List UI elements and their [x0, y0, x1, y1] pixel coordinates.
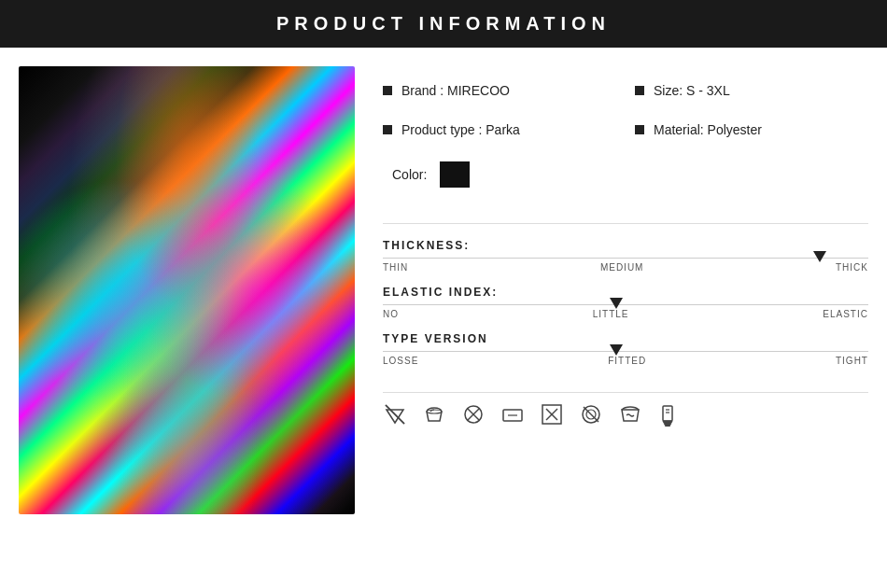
- bullet-icon: [635, 86, 644, 95]
- dry-clean-icon: [657, 402, 682, 432]
- elastic-labels: NO LITTLE ELASTIC: [383, 309, 868, 319]
- type-version-min: LOSSE: [383, 356, 418, 366]
- no-dry-clean-icon: [540, 402, 564, 432]
- info-panel: Brand : MIRECOO Size: S - 3XL Product ty…: [383, 66, 868, 578]
- iron-icon: [500, 402, 525, 432]
- hand-wash-icon: [422, 402, 446, 432]
- type-version-label: TYPE VERSION: [383, 332, 868, 345]
- no-bleach-icon: [461, 402, 486, 432]
- no-tumble-dry-icon: [579, 402, 603, 432]
- no-wash-icon: [383, 402, 407, 432]
- thickness-track: [383, 258, 868, 259]
- svg-rect-14: [663, 406, 672, 421]
- elastic-section: ELASTIC INDEX: NO LITTLE ELASTIC: [383, 286, 868, 319]
- care-icons-row: [383, 392, 868, 432]
- thickness-mid: MEDIUM: [600, 262, 644, 273]
- page-title: PRODUCT INFORMATION: [276, 13, 611, 34]
- elastic-max: ELASTIC: [823, 309, 868, 319]
- type-version-section: TYPE VERSION LOSSE FITTED TIGHT: [383, 332, 868, 366]
- svg-point-2: [427, 410, 442, 413]
- svg-line-1: [386, 405, 404, 424]
- divider: [383, 223, 868, 224]
- color-detail: Color:: [383, 154, 616, 195]
- product-details: Brand : MIRECOO Size: S - 3XL Product ty…: [383, 76, 868, 195]
- jacket-silhouette: [19, 66, 355, 514]
- brand-label: Brand : MIRECOO: [401, 83, 510, 98]
- color-swatch: [440, 161, 470, 188]
- elastic-track-container: [383, 304, 868, 305]
- elastic-label: ELASTIC INDEX:: [383, 286, 868, 299]
- type-version-max: TIGHT: [836, 356, 868, 366]
- brand-detail: Brand : MIRECOO: [383, 76, 616, 105]
- thickness-track-container: [383, 258, 868, 259]
- color-label: Color:: [392, 167, 427, 182]
- type-version-labels: LOSSE FITTED TIGHT: [383, 356, 868, 366]
- type-version-track-container: [383, 351, 868, 352]
- material-label: Material: Polyester: [654, 122, 762, 137]
- main-content: Brand : MIRECOO Size: S - 3XL Product ty…: [0, 48, 887, 587]
- type-version-track: [383, 351, 868, 352]
- product-type-detail: Product type : Parka: [383, 115, 616, 145]
- thickness-indicator: [813, 251, 826, 262]
- thickness-section: THICKNESS: THIN MEDIUM THICK: [383, 239, 868, 273]
- elastic-track: [383, 304, 868, 305]
- thickness-min: THIN: [383, 262, 408, 273]
- thickness-max: THICK: [836, 262, 868, 273]
- page-header: PRODUCT INFORMATION: [0, 0, 887, 48]
- thickness-labels: THIN MEDIUM THICK: [383, 262, 868, 273]
- size-detail: Size: S - 3XL: [635, 76, 868, 105]
- material-detail: Material: Polyester: [635, 115, 868, 145]
- product-image: [19, 66, 355, 514]
- bullet-icon: [383, 86, 392, 95]
- type-version-mid: FITTED: [608, 356, 646, 366]
- size-label: Size: S - 3XL: [654, 83, 730, 98]
- elastic-indicator: [610, 298, 623, 309]
- svg-marker-15: [663, 421, 672, 427]
- type-version-indicator: [610, 344, 623, 356]
- thickness-label: THICKNESS:: [383, 239, 868, 252]
- elastic-min: NO: [383, 309, 399, 319]
- elastic-mid: LITTLE: [593, 309, 629, 319]
- bullet-icon: [383, 125, 392, 134]
- product-type-label: Product type : Parka: [401, 122, 520, 137]
- bullet-icon: [635, 125, 644, 134]
- wash-tub-icon: [618, 402, 642, 432]
